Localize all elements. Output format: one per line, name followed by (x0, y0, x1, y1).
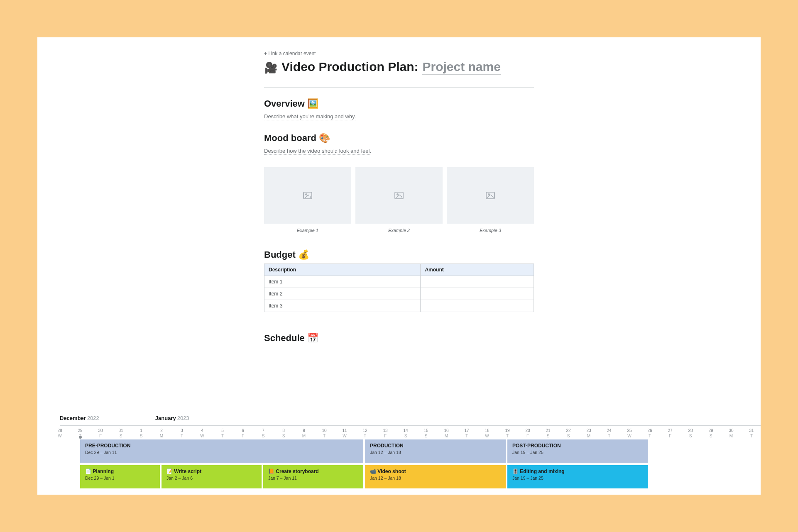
gantt-axis: 28W29T30F31S1S2M3T4W5T6F7S8S9M10T11W12T1… (60, 425, 761, 439)
gantt-phase-bar[interactable]: PRE-PRODUCTIONDec 29 – Jan 11 (80, 439, 363, 463)
gantt-day-tick: 21S (538, 428, 558, 439)
gantt-day-tick: 2M (151, 428, 172, 439)
bar-dates: Dec 29 – Jan 1 (85, 476, 155, 481)
today-marker-icon (79, 436, 82, 439)
bar-title: 📹 Video shoot (370, 469, 501, 474)
link-calendar-event[interactable]: + Link a calendar event (264, 51, 534, 56)
mood-example[interactable]: Example 3 (447, 167, 534, 233)
budget-col-description: Description (264, 264, 421, 276)
bar-dates: Jan 19 – Jan 25 (512, 476, 643, 481)
bar-title: PRODUCTION (370, 443, 501, 449)
budget-row[interactable]: Item 1 (264, 276, 534, 288)
gantt-day-tick: 26T (639, 428, 660, 439)
mood-caption: Example 1 (264, 228, 351, 233)
budget-item[interactable]: Item 3 (269, 303, 282, 309)
gantt-day-tick: 25W (619, 428, 640, 439)
budget-table: Description Amount Item 1 Item 2 Item 3 (264, 264, 534, 312)
bar-title: 📄 Planning (85, 469, 155, 474)
bar-title: 🎚️ Editing and mixing (512, 469, 643, 474)
mood-caption: Example 2 (355, 228, 443, 233)
gantt-task-bar[interactable]: 📹 Video shootJan 12 – Jan 18 (365, 465, 506, 488)
budget-amount[interactable] (421, 300, 534, 312)
document-page: + Link a calendar event 🎥 Video Producti… (37, 37, 761, 495)
budget-item[interactable]: Item 2 (269, 291, 282, 297)
document-body: + Link a calendar event 🎥 Video Producti… (264, 37, 534, 344)
bar-dates: Jan 12 – Jan 18 (370, 450, 501, 455)
image-icon (486, 192, 495, 199)
image-placeholder[interactable] (355, 167, 443, 224)
budget-row[interactable]: Item 2 (264, 288, 534, 300)
gantt-day-tick: 17T (456, 428, 477, 439)
budget-row[interactable]: Item 3 (264, 300, 534, 312)
gantt-day-tick: 30F (90, 428, 111, 439)
image-icon (303, 192, 312, 199)
overview-heading: Overview 🖼️ (264, 98, 534, 109)
schedule-heading: Schedule 📅 (264, 333, 534, 344)
title-text: Video Production Plan: (282, 60, 418, 74)
mood-caption: Example 3 (447, 228, 534, 233)
gantt-day-tick: 30M (721, 428, 742, 439)
gantt-day-tick: 13F (375, 428, 396, 439)
bar-dates: Jan 12 – Jan 18 (370, 476, 501, 481)
gantt-day-tick: 9M (294, 428, 314, 439)
gantt-day-tick: 1S (131, 428, 152, 439)
overview-prompt[interactable]: Describe what you're making and why. (264, 113, 356, 120)
bar-dates: Dec 29 – Jan 11 (85, 450, 358, 455)
gantt-day-tick: 15S (416, 428, 436, 439)
gantt-day-tick: 24T (599, 428, 619, 439)
bar-title: 📝 Write script (166, 469, 257, 474)
gantt-day-tick: 12T (355, 428, 375, 439)
moodboard-grid: Example 1 Example 2 Example 3 (264, 167, 534, 233)
gantt-day-tick: 22S (558, 428, 579, 439)
gantt-day-tick: 23M (578, 428, 599, 439)
gantt-day-tick: 19T (497, 428, 518, 439)
gantt-phase-bar[interactable]: POST-PRODUCTIONJan 19 – Jan 25 (507, 439, 648, 463)
gantt-day-tick: 28W (49, 428, 70, 439)
budget-item[interactable]: Item 1 (269, 279, 282, 285)
moodboard-heading: Mood board 🎨 (264, 133, 534, 144)
bar-dates: Jan 19 – Jan 25 (512, 450, 643, 455)
image-placeholder[interactable] (447, 167, 534, 224)
project-name-placeholder[interactable]: Project name (422, 60, 500, 75)
image-icon (394, 192, 404, 199)
gantt-task-bar[interactable]: 📄 PlanningDec 29 – Jan 1 (80, 465, 160, 488)
moodboard-prompt[interactable]: Describe how the video should look and f… (264, 148, 371, 155)
page-title[interactable]: 🎥 Video Production Plan: Project name (264, 60, 534, 75)
gantt-task-bar[interactable]: 🎚️ Editing and mixingJan 19 – Jan 25 (507, 465, 648, 488)
gantt-day-tick: 16M (436, 428, 457, 439)
gantt-phase-bar[interactable]: PRODUCTIONJan 12 – Jan 18 (365, 439, 506, 463)
gantt-day-tick: 11W (334, 428, 355, 439)
bar-dates: Jan 7 – Jan 11 (268, 476, 358, 481)
mood-example[interactable]: Example 2 (355, 167, 443, 233)
image-placeholder[interactable] (264, 167, 351, 224)
budget-amount[interactable] (421, 276, 534, 288)
mood-example[interactable]: Example 1 (264, 167, 351, 233)
gantt-task-bar[interactable]: 📙 Create storyboardJan 7 – Jan 11 (263, 465, 363, 488)
budget-amount[interactable] (421, 288, 534, 300)
gantt-day-tick: 29S (700, 428, 721, 439)
gantt-task-bar[interactable]: 📝 Write scriptJan 2 – Jan 6 (162, 465, 262, 488)
gantt-lanes: PRE-PRODUCTIONDec 29 – Jan 11PRODUCTIONJ… (60, 439, 761, 495)
gantt-chart[interactable]: December2022 January2023 28W29T30F31S1S2… (60, 415, 761, 495)
gantt-day-tick: 6F (233, 428, 253, 439)
gantt-day-tick: 3T (171, 428, 192, 439)
gantt-day-tick: 31S (110, 428, 131, 439)
gantt-day-tick: 14S (395, 428, 416, 439)
gantt-day-tick: 5T (212, 428, 233, 439)
gantt-day-tick: 28S (680, 428, 701, 439)
bar-title: PRE-PRODUCTION (85, 443, 358, 449)
gantt-month-row: December2022 January2023 (60, 415, 761, 421)
budget-col-amount: Amount (421, 264, 534, 276)
gantt-day-tick: 7S (253, 428, 274, 439)
bar-dates: Jan 2 – Jan 6 (166, 476, 257, 481)
gantt-day-tick: 27F (660, 428, 681, 439)
gantt-day-tick: 20F (517, 428, 538, 439)
gantt-day-tick: 8S (273, 428, 294, 439)
gantt-day-tick: 18W (477, 428, 497, 439)
bar-title: 📙 Create storyboard (268, 469, 358, 474)
camera-icon: 🎥 (264, 61, 277, 74)
budget-heading: Budget 💰 (264, 249, 534, 260)
gantt-day-tick: 31T (741, 428, 761, 439)
bar-title: POST-PRODUCTION (512, 443, 643, 449)
gantt-day-tick: 4W (192, 428, 213, 439)
